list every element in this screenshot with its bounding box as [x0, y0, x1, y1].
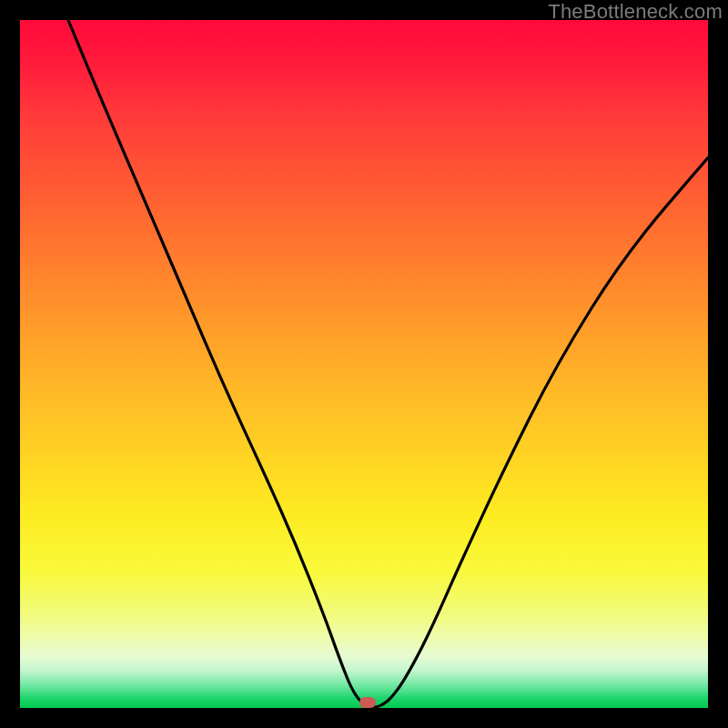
curve-path	[68, 20, 708, 707]
optimal-point-marker	[359, 697, 376, 708]
chart-frame: TheBottleneck.com	[0, 0, 728, 728]
bottleneck-curve	[20, 20, 708, 708]
plot-area	[20, 20, 708, 708]
